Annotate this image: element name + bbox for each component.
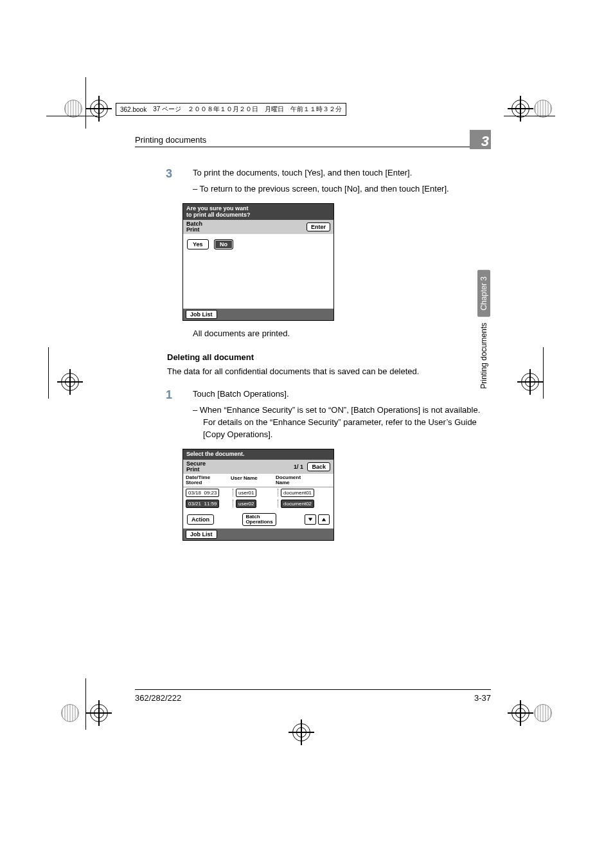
crosshair-icon xyxy=(90,704,108,722)
meta-file: 362.book xyxy=(120,106,147,113)
register-mark-icon xyxy=(534,100,552,118)
arrow-up-icon xyxy=(321,517,326,522)
select-document-panel: Select the document. Secure Print 1/ 1 B… xyxy=(182,449,334,541)
table-row[interactable]: 03/18 09:23user01document01 xyxy=(183,487,333,498)
crop-line xyxy=(48,347,49,399)
crosshair-icon xyxy=(511,100,529,118)
scroll-arrows xyxy=(305,514,330,525)
panel2-title: Select the document. xyxy=(183,449,333,460)
arrow-down-icon xyxy=(308,517,313,522)
crosshair-icon xyxy=(61,373,79,391)
no-button[interactable]: No xyxy=(214,239,233,249)
crop-line xyxy=(85,678,86,730)
crop-line xyxy=(504,116,555,116)
result-text: All documents are printed. xyxy=(193,329,495,338)
delete-intro-text: The data for all confidential documents … xyxy=(167,366,495,378)
batch-operations-button[interactable]: Batch Operations xyxy=(242,513,276,526)
step-1-text: Touch [Batch Operations]. xyxy=(193,388,495,401)
panel1-body: Yes No xyxy=(183,234,333,309)
job-list-tab[interactable]: Job List xyxy=(186,310,217,319)
page: 362.book 37 ページ ２００８年１０月２０日 月曜日 午前１１時３２分… xyxy=(0,0,613,868)
arrow-up-button[interactable] xyxy=(318,514,330,525)
meta-weekday: 月曜日 xyxy=(265,105,284,114)
enter-button[interactable]: Enter xyxy=(306,222,330,231)
crop-line xyxy=(543,347,544,399)
panel1-mode-label: Batch Print xyxy=(186,221,202,233)
register-mark-icon xyxy=(534,704,552,722)
step-number-1: 1 xyxy=(166,388,172,402)
page-header-title: Printing documents xyxy=(135,135,206,145)
panel2-table: Date/Time Stored User Name Document Name… xyxy=(183,474,333,509)
chapter-number-badge: 3 xyxy=(470,130,491,149)
panel1-title: Are you sure you want to print all docum… xyxy=(183,204,333,221)
panel1-subbar: Batch Print Enter xyxy=(183,220,333,234)
col-username: User Name xyxy=(231,475,276,485)
panel2-mode-label: Secure Print xyxy=(186,461,206,473)
step-3-bullet: – To return to the previous screen, touc… xyxy=(193,183,495,195)
meta-date: ２００８年１０月２０日 xyxy=(188,105,258,114)
footer-model: 362/282/222 xyxy=(135,693,181,703)
step-3-text: To print the documents, touch [Yes], and… xyxy=(193,167,495,179)
header-rule xyxy=(135,147,491,147)
source-meta: 362.book 37 ページ ２００８年１０月２０日 月曜日 午前１１時３２分 xyxy=(116,103,346,116)
action-button[interactable]: Action xyxy=(187,514,214,525)
register-mark-icon xyxy=(61,704,79,722)
yes-button[interactable]: Yes xyxy=(187,239,209,249)
table-header-row: Date/Time Stored User Name Document Name xyxy=(183,474,333,487)
crosshair-icon xyxy=(511,704,529,722)
back-button[interactable]: Back xyxy=(307,462,330,471)
table-row[interactable]: 03/21 11:59user02document02 xyxy=(183,498,333,509)
step-1-bullet: – When “Enhance Security” is set to “ON”… xyxy=(193,404,495,441)
page-indicator: 1/ 1 xyxy=(294,464,303,470)
panel2-subbar: Secure Print 1/ 1 Back xyxy=(183,460,333,474)
confirm-print-panel: Are you sure you want to print all docum… xyxy=(182,203,334,321)
panel2-right-group: 1/ 1 Back xyxy=(294,462,330,471)
col-datetime: Date/Time Stored xyxy=(186,475,231,485)
col-docname: Document Name xyxy=(276,475,331,485)
panel2-actions: Action Batch Operations xyxy=(183,509,333,529)
crop-line xyxy=(46,116,98,116)
meta-time: 午前１１時３２分 xyxy=(290,105,342,114)
footer-rule xyxy=(135,689,491,690)
meta-page: 37 ページ xyxy=(153,105,181,114)
panel1-title-line1: Are you sure you want xyxy=(186,205,249,212)
panel1-title-line2: to print all documents? xyxy=(186,212,251,218)
step-number-3: 3 xyxy=(166,167,172,181)
panel2-footer: Job List xyxy=(183,529,333,540)
crosshair-icon xyxy=(521,373,539,391)
crosshair-icon xyxy=(292,723,310,741)
panel1-footer: Job List xyxy=(183,309,333,320)
body-content: 3 To print the documents, touch [Yes], a… xyxy=(167,167,495,541)
job-list-tab[interactable]: Job List xyxy=(186,530,217,539)
register-mark-icon xyxy=(64,100,82,118)
arrow-down-button[interactable] xyxy=(305,514,316,525)
footer-page-number: 3-37 xyxy=(474,693,491,703)
crop-line xyxy=(85,77,86,129)
subheading-deleting-all: Deleting all document xyxy=(167,352,495,362)
crosshair-icon xyxy=(90,100,108,118)
